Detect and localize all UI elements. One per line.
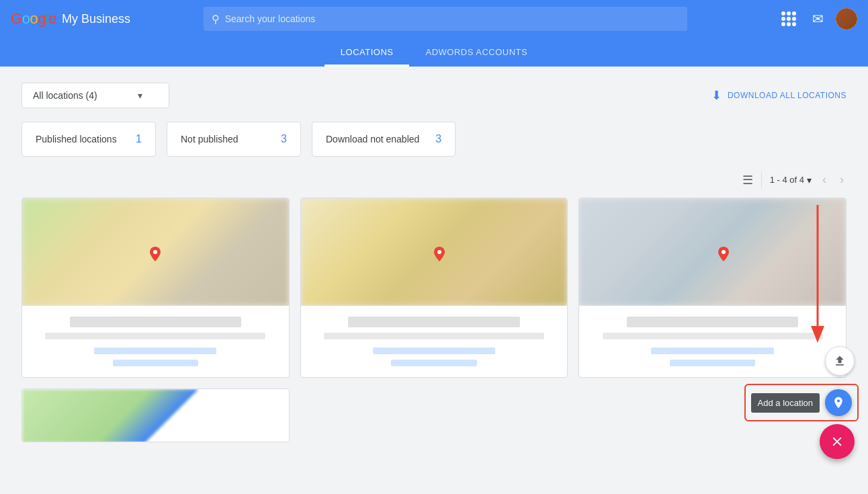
not-published-label: Not published	[181, 134, 238, 145]
card-1-manage-link[interactable]	[94, 347, 216, 354]
card-1-map	[22, 198, 289, 306]
add-location-highlight-box: Add a location	[744, 384, 859, 421]
tab-adwords[interactable]: ADWORDS ACCOUNTS	[409, 38, 544, 67]
my-business-label: My Business	[62, 12, 130, 26]
card-3-address	[603, 333, 823, 339]
logo-area: Google My Business	[11, 10, 159, 28]
add-location-tooltip: Add a location	[751, 393, 820, 413]
card-3-get-link[interactable]	[670, 360, 756, 366]
search-input[interactable]	[225, 13, 679, 24]
grid-menu-button[interactable]	[777, 7, 801, 31]
chevron-down-icon[interactable]: ▾	[807, 175, 812, 186]
card-1-get-link[interactable]	[113, 360, 199, 366]
dropdown-arrow-icon: ▾	[138, 90, 142, 101]
not-published-count: 3	[281, 133, 287, 145]
pagination-row: ☰ 1 - 4 of 4 ▾ ‹ ›	[21, 170, 847, 190]
published-count: 1	[136, 133, 142, 145]
download-all-label: DOWNLOAD ALL LOCATIONS	[728, 91, 847, 100]
card-2-body	[301, 306, 568, 377]
card-2-manage-link[interactable]	[373, 347, 495, 354]
location-filter-dropdown[interactable]: All locations (4) ▾	[21, 83, 169, 108]
tab-locations[interactable]: LOCATIONS	[324, 38, 410, 67]
close-icon	[830, 434, 844, 449]
next-page-button[interactable]: ›	[837, 170, 847, 190]
location-card-4-partial[interactable]	[21, 388, 290, 442]
download-not-enabled-count: 3	[435, 133, 441, 145]
card-2-address	[324, 333, 544, 339]
stat-download-not-enabled[interactable]: Download not enabled 3	[312, 122, 455, 157]
app-header: Google My Business ⚲ ✉	[0, 0, 868, 38]
location-pin-icon	[832, 396, 845, 409]
card-2-name	[348, 317, 519, 327]
location-card-2[interactable]	[300, 198, 568, 378]
map-pin-2	[434, 247, 445, 261]
stat-not-published[interactable]: Not published 3	[167, 122, 301, 157]
stats-row: Published locations 1 Not published 3 Do…	[21, 122, 847, 157]
card-3-name	[627, 317, 798, 327]
map-pin-3	[718, 247, 729, 261]
download-icon: ⬇	[711, 88, 722, 103]
download-not-enabled-label: Download not enabled	[326, 134, 419, 145]
svg-point-0	[153, 250, 157, 254]
card-2-map	[301, 198, 568, 306]
search-icon: ⚲	[212, 13, 220, 26]
upload-icon	[833, 354, 847, 368]
svg-point-2	[722, 250, 726, 254]
prev-page-button[interactable]: ‹	[820, 170, 829, 190]
stat-published[interactable]: Published locations 1	[21, 122, 156, 157]
map-pin-1	[150, 247, 161, 261]
card-1-body	[22, 306, 289, 377]
user-avatar[interactable]	[836, 8, 857, 30]
pagination-text: 1 - 4 of 4 ▾	[770, 175, 812, 186]
card-2-get-link[interactable]	[391, 360, 477, 366]
location-filter-label: All locations (4)	[33, 90, 97, 101]
download-all-button[interactable]: ⬇ DOWNLOAD ALL LOCATIONS	[711, 88, 847, 103]
card-3-map	[579, 198, 846, 306]
card-3-manage-link[interactable]	[651, 347, 773, 354]
card-1-name	[70, 317, 241, 327]
main-content: All locations (4) ▾ ⬇ DOWNLOAD ALL LOCAT…	[0, 67, 868, 494]
bell-icon: ✉	[812, 11, 824, 27]
location-card-1[interactable]	[21, 198, 290, 378]
location-cards-grid	[21, 198, 847, 378]
google-wordmark: Google	[11, 10, 56, 28]
add-location-pin-button[interactable]	[825, 389, 852, 416]
notifications-button[interactable]: ✉	[806, 7, 830, 31]
search-bar[interactable]: ⚲	[204, 7, 687, 31]
published-label: Published locations	[36, 134, 117, 145]
list-view-icon[interactable]: ☰	[742, 173, 753, 188]
upload-button[interactable]	[825, 346, 855, 376]
close-fab-button[interactable]	[820, 424, 855, 459]
toolbar-row: All locations (4) ▾ ⬇ DOWNLOAD ALL LOCAT…	[21, 83, 847, 108]
nav-tabs: LOCATIONS ADWORDS ACCOUNTS	[0, 38, 868, 67]
location-card-3[interactable]	[578, 198, 847, 378]
header-actions: ✉	[777, 7, 857, 31]
svg-point-1	[437, 250, 441, 254]
card-1-address	[45, 333, 265, 339]
divider	[761, 172, 762, 188]
card-3-body	[579, 306, 846, 377]
